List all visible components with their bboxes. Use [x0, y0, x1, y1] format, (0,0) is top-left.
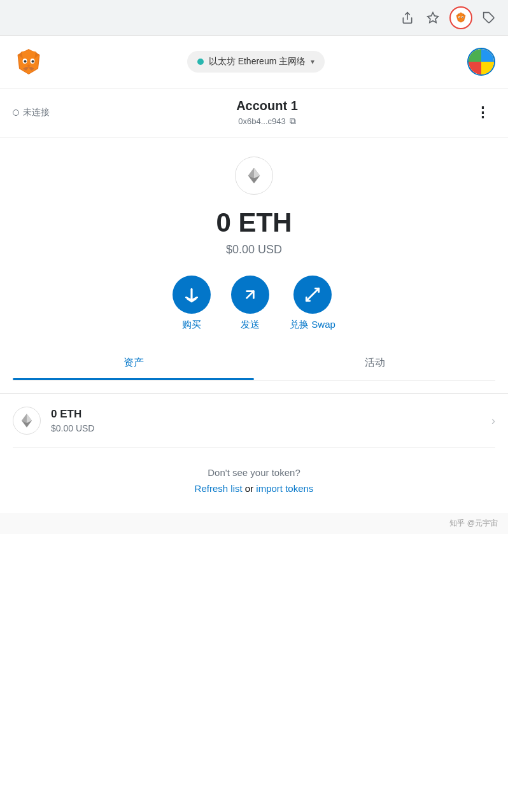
token-chevron-icon: ›	[491, 414, 495, 428]
connection-status: 未连接	[13, 107, 64, 118]
browser-toolbar	[0, 0, 508, 36]
buy-action[interactable]: 购买	[173, 276, 211, 331]
metamask-extension-icon[interactable]	[449, 6, 472, 29]
account-address-row: 0x6b4...c943 ⧉	[64, 116, 470, 127]
tab-assets[interactable]: 资产	[13, 346, 254, 380]
metamask-logo	[13, 46, 45, 78]
bookmark-icon[interactable]	[424, 9, 442, 27]
action-buttons: 购买 发送	[13, 276, 495, 331]
balance-section: 0 ETH $0.00 USD 购买	[0, 137, 508, 394]
send-label: 发送	[241, 319, 260, 331]
network-button[interactable]: 以太坊 Ethereum 主网络 ▾	[187, 51, 325, 73]
share-icon[interactable]	[399, 9, 416, 27]
disconnected-dot	[13, 109, 19, 116]
more-options-button[interactable]: ⋮	[470, 102, 495, 123]
import-tokens-link[interactable]: import tokens	[256, 483, 313, 494]
metamask-popup: 以太坊 Ethereum 主网络 ▾ 未连接	[0, 36, 508, 812]
swap-action[interactable]: 兑换 Swap	[290, 276, 335, 331]
token-list: 0 ETH $0.00 USD ›	[0, 394, 508, 448]
eth-token-icon	[13, 407, 41, 435]
or-text: or	[245, 483, 257, 494]
svg-line-34	[306, 295, 313, 301]
account-center: Account 1 0x6b4...c943 ⧉	[64, 99, 470, 127]
connection-label: 未连接	[23, 107, 50, 118]
send-action[interactable]: 发送	[231, 276, 269, 331]
balance-usd: $0.00 USD	[13, 243, 495, 256]
tab-activity[interactable]: 活动	[254, 346, 495, 380]
mm-header: 以太坊 Ethereum 主网络 ▾	[0, 36, 508, 88]
bottom-links: Refresh list or import tokens	[13, 483, 495, 494]
watermark: 知乎 @元宇宙	[0, 513, 508, 534]
token-info: 0 ETH $0.00 USD	[51, 408, 481, 433]
svg-line-33	[313, 288, 319, 295]
refresh-list-link[interactable]: Refresh list	[195, 483, 243, 494]
account-name: Account 1	[64, 99, 470, 113]
svg-line-32	[247, 291, 254, 298]
buy-label: 购买	[182, 319, 201, 331]
swap-button[interactable]	[293, 276, 332, 314]
token-usd: $0.00 USD	[51, 423, 481, 433]
svg-point-22	[32, 60, 34, 63]
copy-address-icon[interactable]: ⧉	[290, 116, 296, 127]
balance-eth: 0 ETH	[13, 207, 495, 238]
buy-button[interactable]	[173, 276, 211, 314]
address-text: 0x6b4...c943	[238, 116, 285, 126]
svg-point-21	[24, 60, 27, 63]
chevron-down-icon: ▾	[311, 57, 314, 66]
network-status-dot	[197, 59, 204, 65]
tabs-row: 资产 活动	[13, 346, 495, 381]
svg-point-9	[459, 17, 460, 17]
svg-marker-1	[428, 12, 439, 22]
dont-see-text: Don't see your token?	[13, 467, 495, 478]
token-balance: 0 ETH	[51, 408, 481, 421]
eth-logo-circle	[235, 157, 273, 195]
send-button[interactable]	[231, 276, 269, 314]
token-item-eth[interactable]: 0 ETH $0.00 USD ›	[13, 394, 495, 448]
swap-label: 兑换 Swap	[290, 319, 335, 331]
network-label: 以太坊 Ethereum 主网络	[209, 56, 306, 67]
account-avatar[interactable]	[467, 48, 495, 76]
bottom-section: Don't see your token? Refresh list or im…	[0, 448, 508, 513]
extensions-icon[interactable]	[480, 9, 498, 27]
network-selector[interactable]: 以太坊 Ethereum 主网络 ▾	[52, 51, 460, 73]
account-info-row: 未连接 Account 1 0x6b4...c943 ⧉ ⋮	[0, 88, 508, 137]
svg-point-10	[462, 17, 463, 17]
